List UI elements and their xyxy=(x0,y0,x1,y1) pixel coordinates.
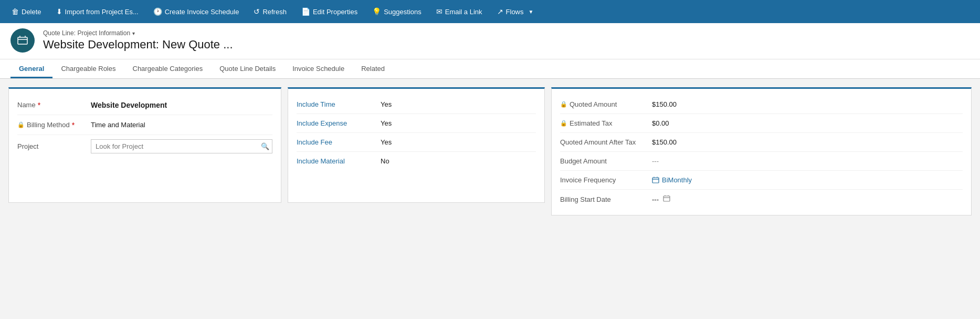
cards-row: Name * Website Development 🔒 Billing Met… xyxy=(8,87,972,215)
flows-button[interactable]: ↗ Flows ▼ xyxy=(490,0,541,23)
tabs-bar: General Chargeable Roles Chargeable Cate… xyxy=(0,59,980,79)
email-icon: ✉ xyxy=(436,7,442,16)
name-value: Website Development xyxy=(91,101,272,109)
delete-icon: 🗑 xyxy=(12,7,19,16)
billing-method-required-indicator: * xyxy=(72,121,75,129)
quoted-amount-after-tax-row: Quoted Amount After Tax $150.00 xyxy=(560,133,963,152)
billing-method-lock-icon: 🔒 xyxy=(17,121,25,128)
quoted-amount-after-tax-label: Quoted Amount After Tax xyxy=(560,138,652,146)
budget-amount-value: --- xyxy=(652,157,963,165)
create-invoice-button[interactable]: 🕐 Create Invoice Schedule xyxy=(146,0,247,23)
toolbar: 🗑 Delete ⬇ Import from Project Es... 🕐 C… xyxy=(0,0,980,23)
include-time-label: Include Time xyxy=(297,100,381,108)
mid-card: Include Time Yes Include Expense Yes Inc… xyxy=(288,87,545,203)
billing-start-date-calendar-icon[interactable] xyxy=(663,195,670,204)
main-content: Name * Website Development 🔒 Billing Met… xyxy=(0,79,980,289)
billing-start-date-container: --- xyxy=(652,195,963,204)
billing-method-field-row: 🔒 Billing Method * Time and Material xyxy=(17,115,272,135)
svg-rect-8 xyxy=(663,196,670,201)
import-button[interactable]: ⬇ Import from Project Es... xyxy=(49,0,146,23)
tab-general[interactable]: General xyxy=(10,59,52,78)
budget-amount-row: Budget Amount --- xyxy=(560,152,963,171)
estimated-tax-value: $0.00 xyxy=(652,119,963,127)
include-expense-value: Yes xyxy=(381,119,536,127)
tab-chargeable-roles[interactable]: Chargeable Roles xyxy=(52,59,124,78)
project-label: Project xyxy=(17,142,91,150)
include-fee-label: Include Fee xyxy=(297,138,381,146)
right-card: 🔒 Quoted Amount $150.00 🔒 Estimated Tax … xyxy=(551,87,972,215)
billing-method-label: 🔒 Billing Method * xyxy=(17,121,91,129)
name-label: Name * xyxy=(17,101,91,109)
invoice-frequency-row: Invoice Frequency BiMonthly xyxy=(560,171,963,190)
breadcrumb: Quote Line: Project Information ▾ xyxy=(43,29,233,37)
include-time-row: Include Time Yes xyxy=(297,95,536,114)
invoice-frequency-value[interactable]: BiMonthly xyxy=(652,176,963,184)
tab-invoice-schedule[interactable]: Invoice Schedule xyxy=(284,59,353,78)
estimated-tax-label: 🔒 Estimated Tax xyxy=(560,119,652,127)
create-invoice-icon: 🕐 xyxy=(153,7,162,16)
header-text: Quote Line: Project Information ▾ Websit… xyxy=(43,29,233,52)
refresh-icon: ↺ xyxy=(254,7,260,16)
include-expense-row: Include Expense Yes xyxy=(297,114,536,133)
include-fee-row: Include Fee Yes xyxy=(297,133,536,152)
name-field-row: Name * Website Development xyxy=(17,95,272,115)
tab-chargeable-categories[interactable]: Chargeable Categories xyxy=(124,59,212,78)
svg-rect-4 xyxy=(652,178,659,183)
flows-icon: ↗ xyxy=(497,7,503,16)
budget-amount-label: Budget Amount xyxy=(560,157,652,165)
project-field-row: Project 🔍 xyxy=(17,135,272,158)
billing-start-date-value: --- xyxy=(652,195,659,203)
invoice-frequency-label: Invoice Frequency xyxy=(560,176,652,184)
include-material-label: Include Material xyxy=(297,157,381,165)
delete-button[interactable]: 🗑 Delete xyxy=(4,0,49,23)
quoted-amount-value: $150.00 xyxy=(652,100,963,108)
edit-properties-button[interactable]: 📄 Edit Properties xyxy=(294,0,365,23)
quoted-amount-row: 🔒 Quoted Amount $150.00 xyxy=(560,95,963,114)
tab-related[interactable]: Related xyxy=(353,59,393,78)
billing-method-value: Time and Material xyxy=(91,121,272,129)
include-fee-value: Yes xyxy=(381,138,536,146)
billing-start-date-label: Billing Start Date xyxy=(560,195,652,203)
estimated-tax-lock-icon: 🔒 xyxy=(560,120,567,127)
flows-chevron-icon: ▼ xyxy=(529,9,534,15)
import-icon: ⬇ xyxy=(56,7,62,16)
project-input-container: 🔍 xyxy=(91,139,272,153)
include-expense-label: Include Expense xyxy=(297,119,381,127)
name-required-indicator: * xyxy=(38,101,40,109)
edit-properties-icon: 📄 xyxy=(301,7,310,16)
quoted-amount-lock-icon: 🔒 xyxy=(560,101,567,108)
billing-start-date-row: Billing Start Date --- xyxy=(560,190,963,209)
refresh-button[interactable]: ↺ Refresh xyxy=(246,0,294,23)
suggestions-button[interactable]: 💡 Suggestions xyxy=(365,0,429,23)
quoted-amount-label: 🔒 Quoted Amount xyxy=(560,100,652,108)
estimated-tax-row: 🔒 Estimated Tax $0.00 xyxy=(560,114,963,133)
left-card: Name * Website Development 🔒 Billing Met… xyxy=(8,87,281,203)
header: Quote Line: Project Information ▾ Websit… xyxy=(0,23,980,59)
project-lookup-input[interactable] xyxy=(91,139,272,153)
quoted-amount-after-tax-value: $150.00 xyxy=(652,138,963,146)
include-material-row: Include Material No xyxy=(297,152,536,170)
invoice-frequency-icon xyxy=(652,177,659,184)
tab-quote-line-details[interactable]: Quote Line Details xyxy=(211,59,284,78)
project-search-icon[interactable]: 🔍 xyxy=(261,142,269,150)
include-time-value: Yes xyxy=(381,100,536,108)
suggestions-icon: 💡 xyxy=(372,7,381,16)
page-title: Website Development: New Quote ... xyxy=(43,38,233,52)
breadcrumb-chevron-icon: ▾ xyxy=(132,30,135,36)
email-link-button[interactable]: ✉ Email a Link xyxy=(429,0,490,23)
avatar xyxy=(10,28,35,53)
svg-rect-0 xyxy=(18,37,27,44)
include-material-value: No xyxy=(381,157,536,165)
